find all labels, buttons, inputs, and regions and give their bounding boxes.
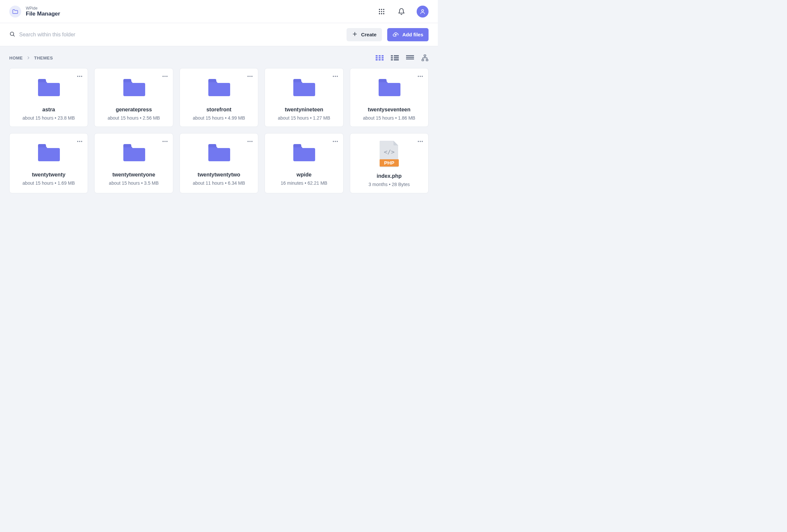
card-name: twentytwenty — [32, 172, 65, 178]
view-detailed-list-icon[interactable] — [391, 55, 399, 61]
svg-point-54 — [164, 141, 165, 142]
breadcrumb-current: THEMES — [34, 56, 53, 61]
brand-title: File Manager — [26, 10, 60, 17]
svg-rect-17 — [376, 57, 378, 59]
card-menu-icon[interactable] — [247, 138, 253, 146]
folder-card[interactable]: twentytwentyabout 15 hours • 1.69 MB — [9, 133, 88, 193]
svg-point-57 — [250, 141, 251, 142]
notifications-icon[interactable] — [397, 7, 406, 16]
folder-icon — [123, 143, 145, 162]
user-avatar[interactable] — [417, 6, 429, 18]
svg-text:</>: </> — [384, 148, 395, 155]
folder-card[interactable]: generatepressabout 15 hours • 2.56 MB — [94, 68, 173, 127]
view-grid-icon[interactable] — [376, 55, 384, 61]
folder-card[interactable]: twentytwentyoneabout 15 hours • 3.5 MB — [94, 133, 173, 193]
svg-point-5 — [383, 11, 385, 12]
folder-card[interactable]: wpide16 minutes • 62.21 MB — [264, 133, 343, 193]
php-file-icon: </> PHP — [379, 141, 400, 169]
card-name: wpide — [297, 172, 312, 178]
folder-card[interactable]: storefrontabout 15 hours • 4.99 MB — [179, 68, 258, 127]
svg-point-53 — [162, 141, 163, 142]
svg-point-10 — [10, 32, 14, 36]
card-name: astra — [42, 107, 55, 113]
svg-line-11 — [13, 35, 14, 36]
svg-point-36 — [79, 76, 80, 77]
svg-point-45 — [335, 76, 336, 77]
card-meta: about 15 hours • 3.5 MB — [109, 180, 158, 186]
card-menu-icon[interactable] — [77, 73, 83, 81]
svg-rect-26 — [394, 57, 399, 59]
svg-point-44 — [333, 76, 334, 77]
card-menu-icon[interactable] — [417, 138, 424, 146]
file-card[interactable]: </> PHP index.php3 months • 28 Bytes — [350, 133, 429, 193]
svg-point-55 — [166, 141, 167, 142]
svg-rect-25 — [391, 57, 393, 59]
svg-point-41 — [248, 76, 249, 77]
breadcrumb: HOME THEMES — [9, 56, 53, 61]
card-meta: about 15 hours • 1.27 MB — [278, 115, 330, 120]
add-files-button-label: Add files — [402, 32, 423, 37]
view-tree-icon[interactable] — [421, 54, 429, 62]
card-menu-icon[interactable] — [77, 138, 83, 146]
card-menu-icon[interactable] — [162, 73, 168, 81]
breadcrumb-home[interactable]: HOME — [9, 56, 23, 61]
folder-card[interactable]: twentyseventeenabout 15 hours • 1.86 MB — [350, 68, 429, 127]
search-input[interactable] — [19, 32, 138, 38]
folder-icon — [293, 78, 315, 97]
svg-point-56 — [248, 141, 249, 142]
view-compact-list-icon[interactable] — [406, 55, 414, 61]
svg-point-9 — [422, 9, 424, 12]
svg-point-38 — [162, 76, 163, 77]
svg-rect-30 — [406, 57, 414, 58]
card-name: twentyseventeen — [368, 107, 410, 113]
create-button-label: Create — [361, 32, 377, 37]
svg-point-7 — [381, 13, 382, 14]
card-menu-icon[interactable] — [247, 73, 253, 81]
svg-point-6 — [379, 13, 380, 14]
svg-rect-21 — [379, 59, 381, 61]
svg-rect-18 — [379, 57, 381, 59]
create-button[interactable]: Create — [346, 28, 382, 41]
add-files-button[interactable]: Add files — [387, 28, 429, 41]
folder-icon — [37, 143, 60, 162]
folder-icon — [208, 143, 230, 162]
svg-point-46 — [337, 76, 338, 77]
svg-point-48 — [420, 76, 421, 77]
svg-rect-23 — [391, 55, 393, 57]
folder-card[interactable]: twentytwentytwoabout 11 hours • 6.34 MB — [179, 133, 258, 193]
card-menu-icon[interactable] — [162, 138, 168, 146]
card-name: twentytwentyone — [112, 172, 155, 178]
svg-point-3 — [379, 11, 380, 12]
apps-grid-icon[interactable] — [377, 7, 386, 16]
folder-card[interactable]: twentynineteenabout 15 hours • 1.27 MB — [264, 68, 343, 127]
svg-rect-14 — [376, 55, 378, 57]
svg-point-63 — [420, 141, 421, 142]
svg-point-37 — [81, 76, 82, 77]
svg-point-1 — [381, 8, 382, 10]
svg-point-59 — [333, 141, 334, 142]
card-name: twentynineteen — [285, 107, 323, 113]
card-menu-icon[interactable] — [332, 73, 339, 81]
folder-icon — [123, 78, 145, 97]
svg-rect-22 — [382, 59, 384, 61]
svg-rect-20 — [376, 59, 378, 61]
card-menu-icon[interactable] — [417, 73, 424, 81]
svg-rect-27 — [391, 59, 393, 61]
folder-card[interactable]: astraabout 15 hours • 23.8 MB — [9, 68, 88, 127]
svg-rect-15 — [379, 55, 381, 57]
app-logo-icon — [9, 6, 21, 18]
folder-icon — [293, 143, 315, 162]
card-meta: about 11 hours • 6.34 MB — [193, 180, 245, 186]
svg-point-8 — [383, 13, 385, 14]
card-meta: about 15 hours • 2.56 MB — [107, 115, 160, 120]
svg-rect-16 — [382, 55, 384, 57]
card-menu-icon[interactable] — [332, 138, 339, 146]
svg-point-0 — [379, 8, 380, 10]
svg-point-35 — [77, 76, 78, 77]
svg-point-50 — [77, 141, 78, 142]
svg-point-4 — [381, 11, 382, 12]
card-meta: 16 minutes • 62.21 MB — [281, 180, 327, 186]
svg-point-52 — [81, 141, 82, 142]
upload-cloud-icon — [392, 31, 399, 38]
svg-point-60 — [335, 141, 336, 142]
